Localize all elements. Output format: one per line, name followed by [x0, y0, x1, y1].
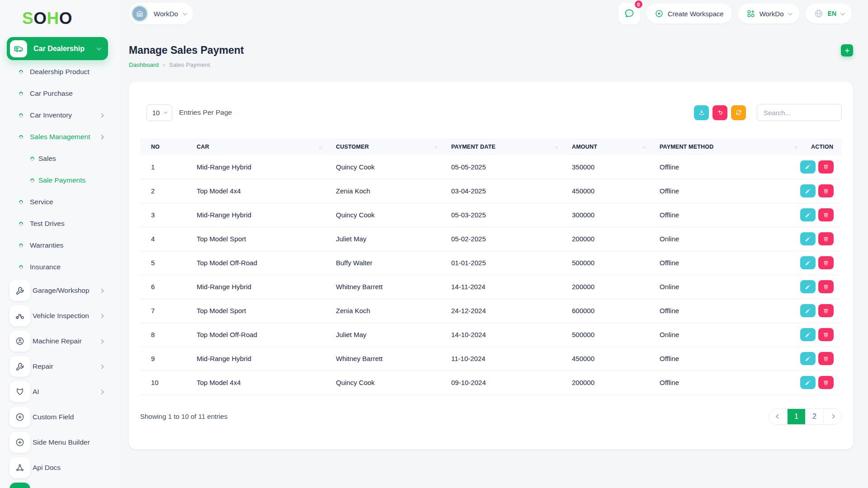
- chevron-right-icon: [99, 364, 104, 369]
- sidebar-item[interactable]: Machine Repair: [0, 328, 120, 354]
- delete-button[interactable]: [818, 376, 834, 389]
- cell-customer: Quincy Cook: [325, 371, 440, 394]
- table-row: 4 Top Model Sport Juliet May 05-02-2025 …: [140, 227, 842, 251]
- sidebar-item-label: Machine Repair: [33, 337, 82, 345]
- column-header[interactable]: CAR ↑↓: [186, 138, 325, 155]
- sidebar-item[interactable]: Service: [0, 191, 120, 213]
- sidebar-item[interactable]: Sales: [0, 148, 120, 169]
- messages-button[interactable]: 0: [618, 3, 640, 24]
- trash-icon: [823, 356, 829, 362]
- sidebar-item[interactable]: [0, 480, 120, 488]
- column-header[interactable]: ACTION: [800, 138, 842, 155]
- app-logo[interactable]: SOHO: [22, 9, 72, 28]
- cell-payment-method: Online: [649, 275, 800, 299]
- cell-payment-date: 05-03-2025: [440, 203, 561, 227]
- column-header[interactable]: AMOUNT ↑↓: [561, 138, 649, 155]
- cell-amount: 200000: [561, 371, 649, 394]
- sidebar-item-label: Repair: [33, 362, 53, 371]
- sidebar-item[interactable]: Dealership Product: [0, 61, 120, 83]
- sidebar-item-label: Dealership Product: [30, 68, 90, 76]
- sidebar-item-label: Sale Payments: [38, 176, 85, 184]
- workdo-menu-label: WorkDo: [760, 10, 784, 18]
- sidebar-item-label: Car Inventory: [30, 111, 72, 119]
- cell-payment-method: Online: [649, 227, 800, 251]
- edit-button[interactable]: [800, 352, 816, 365]
- column-header-label: PAYMENT METHOD: [660, 144, 713, 150]
- pencil-icon: [805, 332, 811, 338]
- search-input[interactable]: [757, 104, 842, 121]
- edit-button[interactable]: [800, 232, 816, 245]
- sidebar-item[interactable]: Sales Management: [0, 126, 120, 148]
- edit-button[interactable]: [800, 280, 816, 293]
- sidebar-item[interactable]: Car Inventory: [0, 104, 120, 126]
- sidebar-item[interactable]: Vehicle Inspection: [0, 303, 120, 328]
- edit-button[interactable]: [800, 304, 816, 317]
- language-selector[interactable]: EN: [806, 4, 852, 23]
- sidebar-item[interactable]: Garage/Workshop: [0, 278, 120, 303]
- bullet-icon: [29, 178, 35, 183]
- edit-button[interactable]: [800, 256, 816, 269]
- column-header[interactable]: CUSTOMER ↑↓: [325, 138, 440, 155]
- chevron-right-icon: [99, 113, 104, 117]
- workspace-name: WorkDo: [154, 10, 178, 18]
- sidebar-item[interactable]: Test Drives: [0, 213, 120, 235]
- edit-button[interactable]: [800, 184, 816, 197]
- workdo-menu-button[interactable]: WorkDo: [738, 4, 799, 23]
- column-header[interactable]: NO: [140, 138, 186, 155]
- chevron-down-icon: [183, 11, 187, 15]
- delete-button[interactable]: [818, 304, 834, 317]
- reset-button[interactable]: [712, 105, 727, 120]
- delete-button[interactable]: [818, 160, 834, 174]
- sidebar-item[interactable]: Repair: [0, 354, 120, 379]
- sidebar-item[interactable]: AI: [0, 379, 120, 404]
- refresh-button[interactable]: [731, 105, 746, 120]
- pagination-page[interactable]: 1: [787, 409, 805, 424]
- delete-button[interactable]: [818, 256, 834, 269]
- trash-icon: [823, 332, 829, 338]
- sidebar-item[interactable]: Warranties: [0, 235, 120, 256]
- plus-icon: [844, 47, 850, 54]
- breadcrumb-dashboard-link[interactable]: Dashboard: [129, 61, 159, 68]
- delete-button[interactable]: [818, 184, 834, 197]
- pagination-prev[interactable]: [769, 409, 787, 424]
- table-row: 8 Top Model Off-Road Juliet May 14-10-20…: [140, 323, 842, 347]
- delete-button[interactable]: [818, 208, 834, 221]
- cell-payment-method: Offline: [649, 179, 800, 203]
- table-row: 7 Top Model Sport Zenia Koch 24-12-2024 …: [140, 299, 842, 323]
- row-actions: [800, 304, 842, 317]
- add-payment-button[interactable]: [841, 44, 853, 56]
- sidebar-item-label: Service: [30, 198, 53, 206]
- create-workspace-button[interactable]: Create Workspace: [646, 4, 732, 23]
- sidebar-item[interactable]: Api Docs: [0, 455, 120, 480]
- sidebar-item[interactable]: Car Purchase: [0, 83, 120, 104]
- edit-button[interactable]: [800, 328, 816, 341]
- sidebar-item[interactable]: Custom Field: [0, 404, 120, 430]
- pagination-next[interactable]: [823, 409, 841, 424]
- sidebar-item-label: Garage/Workshop: [33, 286, 90, 295]
- delete-button[interactable]: [818, 352, 834, 365]
- globe-icon: [814, 9, 824, 19]
- edit-button[interactable]: [800, 160, 816, 174]
- bullet-icon: [18, 69, 24, 75]
- column-header[interactable]: PAYMENT METHOD ↑↓: [649, 138, 800, 155]
- column-header[interactable]: PAYMENT DATE ↑↓: [440, 138, 561, 155]
- pagination-page[interactable]: 2: [805, 409, 823, 424]
- trash-icon: [823, 164, 829, 170]
- bullet-icon: [18, 113, 24, 118]
- delete-button[interactable]: [818, 328, 834, 341]
- delete-button[interactable]: [818, 280, 834, 293]
- sidebar-item[interactable]: Insurance: [0, 256, 120, 278]
- delete-button[interactable]: [818, 232, 834, 245]
- cell-payment-method: Online: [649, 323, 800, 347]
- pencil-icon: [805, 188, 811, 194]
- export-button[interactable]: [694, 105, 709, 120]
- column-header-label: NO: [151, 144, 160, 150]
- sidebar-item-car-dealership[interactable]: Car Dealership: [7, 37, 108, 60]
- workspace-selector[interactable]: WorkDo: [129, 3, 193, 24]
- edit-button[interactable]: [800, 208, 816, 221]
- sidebar-item[interactable]: Sale Payments: [0, 169, 120, 191]
- cell-customer: Zenia Koch: [325, 299, 440, 323]
- sidebar-item[interactable]: Side Menu Builder: [0, 430, 120, 455]
- entries-per-page-select[interactable]: 10: [146, 104, 172, 121]
- edit-button[interactable]: [800, 376, 816, 389]
